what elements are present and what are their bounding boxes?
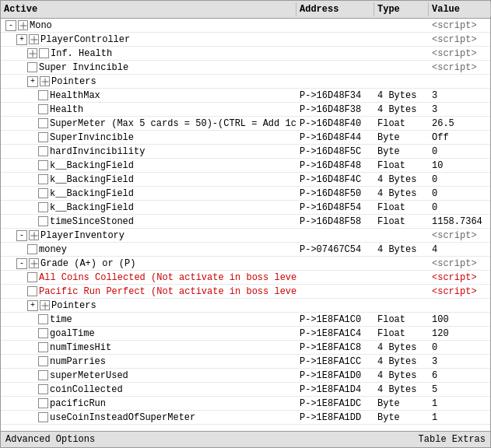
table-row[interactable]: All Coins Collected (Not activate in bos… — [1, 271, 490, 285]
row-type: Byte — [374, 411, 429, 424]
row-checkbox[interactable] — [38, 356, 48, 366]
table-row[interactable]: -Grade (A+) or (P)<script> — [1, 257, 490, 271]
cross-checkbox[interactable] — [40, 300, 50, 310]
col-type-header: Type — [374, 2, 429, 16]
row-checkbox[interactable] — [38, 146, 48, 156]
row-checkbox[interactable] — [27, 286, 37, 296]
row-checkbox[interactable] — [27, 272, 37, 282]
row-value: 0 — [429, 145, 490, 158]
row-checkbox[interactable] — [38, 104, 48, 114]
table-row[interactable]: SuperMeter (Max 5 cards = 50)-(CTRL = Ad… — [1, 117, 490, 131]
row-checkbox[interactable] — [38, 342, 48, 352]
row-checkbox[interactable] — [38, 216, 48, 226]
table-row[interactable]: pacificRunP->1E8FA1DCByte1 — [1, 397, 490, 411]
cross-checkbox[interactable] — [27, 48, 37, 58]
table-row[interactable]: hardInvincibilityP->16D48F5CByte0 — [1, 145, 490, 159]
table-row[interactable]: HealthP->16D48F384 Bytes3 — [1, 103, 490, 117]
cross-checkbox[interactable] — [29, 258, 39, 268]
table-row[interactable]: +Pointers — [1, 299, 490, 313]
row-checkbox[interactable] — [38, 398, 48, 408]
row-checkbox[interactable] — [38, 384, 48, 394]
row-label: PlayerController — [40, 34, 130, 45]
row-checkbox[interactable] — [38, 314, 48, 324]
table-row[interactable]: +Pointers — [1, 75, 490, 89]
table-row[interactable]: SuperInvincibleP->16D48F44ByteOff — [1, 131, 490, 145]
row-checkbox[interactable] — [38, 202, 48, 212]
table-row[interactable]: k__BackingFieldP->16D48F48Float10 — [1, 159, 490, 173]
expand-icon[interactable]: - — [16, 258, 27, 269]
row-label: All Coins Collected (Not activate in bos… — [39, 272, 296, 283]
row-checkbox[interactable] — [38, 160, 48, 170]
expand-icon[interactable]: + — [16, 34, 27, 45]
row-value: 1158.7364 — [429, 215, 490, 228]
advanced-options-button[interactable]: Advanced Options — [5, 434, 95, 445]
row-value: 1 — [429, 411, 490, 424]
table-row[interactable]: numParriesP->1E8FA1CC4 Bytes3 — [1, 355, 490, 369]
table-row[interactable]: k__BackingFieldP->16D48F54Float0 — [1, 201, 490, 215]
row-type: Float — [374, 159, 429, 172]
table-row[interactable]: -Mono<script> — [1, 19, 490, 33]
row-value: Off — [429, 131, 490, 144]
row-label: HealthMax — [50, 90, 100, 101]
row-checkbox[interactable] — [39, 48, 49, 58]
row-address: P->16D48F40 — [296, 117, 374, 130]
row-checkbox[interactable] — [27, 62, 37, 72]
table-row[interactable]: numTimesHitP->1E8FA1C84 Bytes0 — [1, 341, 490, 355]
table-row[interactable]: Pacific Run Perfect (Not activate in bos… — [1, 285, 490, 299]
row-type: Byte — [374, 131, 429, 144]
row-label: k__BackingField — [50, 174, 134, 185]
row-checkbox[interactable] — [38, 118, 48, 128]
expand-icon[interactable]: - — [5, 20, 16, 31]
row-address: P->1E8FA1C4 — [296, 327, 374, 340]
row-value: 0 — [429, 187, 490, 200]
table-row[interactable]: k__BackingFieldP->16D48F4C4 Bytes0 — [1, 173, 490, 187]
row-checkbox[interactable] — [38, 412, 48, 422]
row-label: money — [39, 244, 67, 255]
table-row[interactable]: +PlayerController<script> — [1, 33, 490, 47]
row-address: P->1E8FA1D0 — [296, 369, 374, 382]
table-row[interactable]: Super Invincible<script> — [1, 61, 490, 75]
cross-checkbox[interactable] — [40, 76, 50, 86]
row-checkbox[interactable] — [38, 370, 48, 380]
row-type: 4 Bytes — [374, 187, 429, 200]
row-value: <script> — [429, 285, 490, 298]
row-checkbox[interactable] — [38, 174, 48, 184]
row-checkbox[interactable] — [38, 188, 48, 198]
cross-checkbox[interactable] — [18, 20, 28, 30]
expand-icon[interactable]: + — [27, 76, 38, 87]
row-checkbox[interactable] — [27, 244, 37, 254]
table-row[interactable]: k__BackingFieldP->16D48F504 Bytes0 — [1, 187, 490, 201]
row-address: P->16D48F54 — [296, 201, 374, 214]
table-row[interactable]: timeP->1E8FA1C0Float100 — [1, 313, 490, 327]
table-row[interactable]: useCoinInsteadOfSuperMeterP->1E8FA1DDByt… — [1, 411, 490, 425]
table-row[interactable]: Inf. Health<script> — [1, 47, 490, 61]
row-checkbox[interactable] — [38, 328, 48, 338]
row-value: <script> — [429, 19, 490, 32]
row-type: Float — [374, 215, 429, 228]
cross-checkbox[interactable] — [29, 34, 39, 44]
table-row[interactable]: coinCollectedP->1E8FA1D44 Bytes5 — [1, 383, 490, 397]
row-label: goalTime — [50, 328, 95, 339]
table-extras-button[interactable]: Table Extras — [419, 434, 486, 445]
table-row[interactable]: superMeterUsedP->1E8FA1D04 Bytes6 — [1, 369, 490, 383]
table-row[interactable]: moneyP->07467C544 Bytes4 — [1, 243, 490, 257]
table-row[interactable]: goalTimeP->1E8FA1C4Float120 — [1, 327, 490, 341]
table-row[interactable]: HealthMaxP->16D48F344 Bytes3 — [1, 89, 490, 103]
row-type: 4 Bytes — [374, 243, 429, 256]
row-label: time — [50, 314, 72, 325]
table-body[interactable]: -Mono<script>+PlayerController<script>In… — [1, 19, 490, 431]
table-row[interactable]: -PlayerInventory<script> — [1, 229, 490, 243]
table-row[interactable]: timeSinceStonedP->16D48F58Float1158.7364 — [1, 215, 490, 229]
row-checkbox[interactable] — [38, 132, 48, 142]
cross-checkbox[interactable] — [29, 230, 39, 240]
row-value: 100 — [429, 313, 490, 326]
row-checkbox[interactable] — [38, 90, 48, 100]
row-value: 3 — [429, 355, 490, 368]
row-value: 3 — [429, 89, 490, 102]
row-label: Pointers — [51, 76, 96, 87]
row-value: <script> — [429, 33, 490, 46]
main-container: Active Address Type Value -Mono<script>+… — [0, 0, 491, 448]
row-type — [374, 235, 429, 236]
expand-icon[interactable]: + — [27, 300, 38, 311]
expand-icon[interactable]: - — [16, 230, 27, 241]
